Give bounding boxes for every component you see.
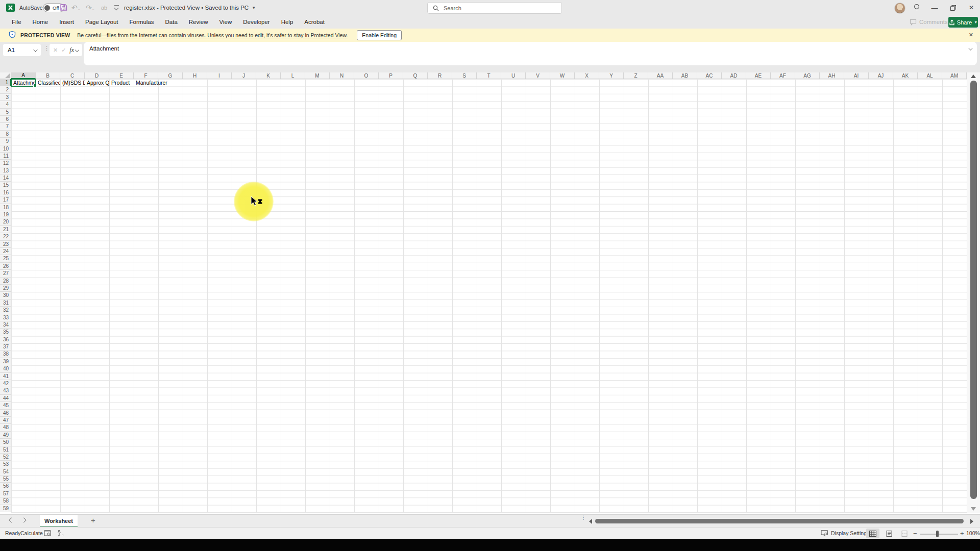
column-header-I[interactable]: I: [207, 72, 232, 79]
row-header-22[interactable]: 22: [0, 233, 11, 240]
cell-E1[interactable]: Product: [110, 79, 134, 86]
search-input[interactable]: Search: [427, 2, 562, 14]
name-box[interactable]: A1: [3, 44, 41, 56]
close-button[interactable]: ✕: [964, 0, 979, 15]
comments-button[interactable]: Comments: [910, 17, 948, 27]
minimize-button[interactable]: —: [927, 0, 942, 15]
document-title[interactable]: register.xlsx - Protected View • Saved t…: [124, 5, 256, 11]
enable-editing-button[interactable]: Enable Editing: [357, 30, 402, 40]
prev-sheet-icon[interactable]: [9, 517, 14, 522]
column-header-AM[interactable]: AM: [942, 72, 967, 79]
zoom-level[interactable]: 100%: [966, 530, 980, 536]
row-header-37[interactable]: 37: [0, 343, 11, 350]
row-header-41[interactable]: 41: [0, 373, 11, 380]
row-header-36[interactable]: 36: [0, 336, 11, 343]
column-header-AK[interactable]: AK: [893, 72, 918, 79]
menu-tab-acrobat[interactable]: Acrobat: [299, 15, 330, 29]
row-header-43[interactable]: 43: [0, 387, 11, 394]
menu-tab-formulas[interactable]: Formulas: [124, 15, 160, 29]
row-header-29[interactable]: 29: [0, 285, 11, 292]
column-header-AD[interactable]: AD: [722, 72, 746, 79]
column-header-T[interactable]: T: [477, 72, 501, 79]
column-header-G[interactable]: G: [158, 72, 183, 79]
cell-D1[interactable]: Approx Qu: [85, 79, 109, 86]
column-header-AI[interactable]: AI: [844, 72, 869, 79]
column-header-Y[interactable]: Y: [599, 72, 624, 79]
row-header-53[interactable]: 53: [0, 461, 11, 468]
row-header-35[interactable]: 35: [0, 329, 11, 336]
calculate-status[interactable]: Calculate: [20, 530, 43, 536]
page-layout-view-button[interactable]: [883, 529, 896, 538]
column-header-AF[interactable]: AF: [771, 72, 795, 79]
menu-tab-data[interactable]: Data: [160, 15, 183, 29]
row-header-5[interactable]: 5: [0, 109, 11, 116]
scroll-right-icon[interactable]: [970, 519, 973, 524]
scroll-left-icon[interactable]: [589, 519, 592, 524]
row-header-25[interactable]: 25: [0, 255, 11, 262]
formula-bar-expand-icon[interactable]: [968, 46, 972, 50]
cancel-icon[interactable]: ✕: [53, 47, 58, 54]
row-header-17[interactable]: 17: [0, 196, 11, 204]
row-header-57[interactable]: 57: [0, 490, 11, 497]
scroll-down-icon[interactable]: [971, 507, 976, 511]
row-header-51[interactable]: 51: [0, 446, 11, 454]
row-header-14[interactable]: 14: [0, 174, 11, 182]
column-header-K[interactable]: K: [256, 72, 281, 79]
row-header-8[interactable]: 8: [0, 131, 11, 138]
row-header-59[interactable]: 59: [0, 505, 11, 512]
row-header-4[interactable]: 4: [0, 101, 11, 108]
toolbar-options-icon[interactable]: [114, 5, 119, 6]
menu-tab-developer[interactable]: Developer: [237, 15, 275, 29]
column-header-Q[interactable]: Q: [403, 72, 428, 79]
row-header-13[interactable]: 13: [0, 167, 11, 174]
row-header-26[interactable]: 26: [0, 263, 11, 270]
formula-bar-input[interactable]: Attachment: [84, 42, 977, 65]
row-header-55[interactable]: 55: [0, 475, 11, 483]
zoom-out-button[interactable]: −: [913, 530, 917, 537]
column-header-AG[interactable]: AG: [795, 72, 820, 79]
row-header-12[interactable]: 12: [0, 160, 11, 167]
spreadsheet-grid[interactable]: [11, 79, 967, 513]
restore-button[interactable]: [945, 0, 961, 15]
column-header-U[interactable]: U: [501, 72, 526, 79]
row-header-9[interactable]: 9: [0, 138, 11, 145]
column-header-B[interactable]: B: [36, 72, 60, 79]
row-header-30[interactable]: 30: [0, 292, 11, 299]
column-header-C[interactable]: C: [60, 72, 85, 79]
row-header-48[interactable]: 48: [0, 424, 11, 431]
column-header-P[interactable]: P: [379, 72, 403, 79]
column-header-AB[interactable]: AB: [673, 72, 697, 79]
row-header-49[interactable]: 49: [0, 432, 11, 439]
cell-C1[interactable]: (M)SDS Da: [61, 79, 85, 86]
menu-tab-insert[interactable]: Insert: [54, 15, 80, 29]
column-header-AH[interactable]: AH: [820, 72, 844, 79]
sheet-tab-worksheet[interactable]: Worksheet: [40, 515, 78, 528]
column-header-R[interactable]: R: [428, 72, 452, 79]
row-header-39[interactable]: 39: [0, 358, 11, 365]
row-header-44[interactable]: 44: [0, 395, 11, 402]
save-icon[interactable]: [60, 4, 67, 13]
column-header-E[interactable]: E: [109, 72, 134, 79]
row-header-31[interactable]: 31: [0, 299, 11, 307]
menu-tab-view[interactable]: View: [214, 15, 238, 29]
row-header-40[interactable]: 40: [0, 365, 11, 372]
row-header-6[interactable]: 6: [0, 116, 11, 123]
column-header-D[interactable]: D: [85, 72, 109, 79]
row-header-33[interactable]: 33: [0, 314, 11, 321]
vertical-scrollbar-thumb[interactable]: [970, 81, 977, 499]
menu-tab-review[interactable]: Review: [183, 15, 214, 29]
row-header-54[interactable]: 54: [0, 468, 11, 475]
column-header-L[interactable]: L: [281, 72, 305, 79]
row-header-16[interactable]: 16: [0, 189, 11, 196]
column-header-S[interactable]: S: [452, 72, 477, 79]
row-header-18[interactable]: 18: [0, 204, 11, 211]
vertical-scrollbar[interactable]: [967, 72, 980, 513]
column-header-O[interactable]: O: [354, 72, 379, 79]
row-header-27[interactable]: 27: [0, 270, 11, 277]
banner-close-icon[interactable]: ✕: [969, 32, 973, 38]
row-header-10[interactable]: 10: [0, 145, 11, 153]
sheet-clock-icon[interactable]: [44, 530, 52, 538]
row-header-11[interactable]: 11: [0, 153, 11, 160]
scroll-up-icon[interactable]: [971, 74, 976, 78]
column-header-AA[interactable]: AA: [648, 72, 673, 79]
